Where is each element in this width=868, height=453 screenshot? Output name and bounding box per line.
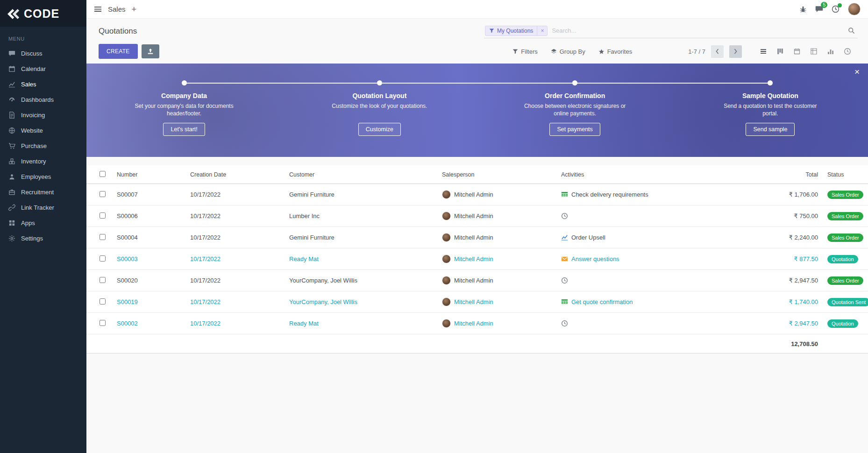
sidebar-item-dashboards[interactable]: Dashboards	[0, 92, 86, 107]
onboarding-step: Order Confirmation Choose between electr…	[477, 80, 673, 136]
filters-button[interactable]: Filters	[512, 48, 537, 55]
cell-status: Quotation	[823, 255, 868, 263]
row-checkbox[interactable]	[100, 212, 106, 219]
hamburger-menu-icon[interactable]	[94, 5, 102, 13]
table-row[interactable]: S00003 10/17/2022 Ready Mat Mitchell Adm…	[86, 248, 868, 270]
row-checkbox[interactable]	[100, 320, 106, 326]
table-row[interactable]: S00007 10/17/2022 Gemini Furniture Mitch…	[86, 184, 868, 205]
brand-logo-text: CODE	[24, 7, 59, 21]
header-customer[interactable]: Customer	[285, 171, 437, 178]
header-creation-date[interactable]: Creation Date	[185, 171, 285, 178]
cell-total: ₹ 1,706.00	[754, 191, 823, 198]
salesperson-name: Mitchell Admin	[454, 277, 493, 284]
pager-next-button[interactable]	[729, 45, 742, 58]
debug-bug-icon[interactable]	[799, 6, 807, 13]
cell-status: Sales Order	[823, 191, 868, 199]
graph-view-button[interactable]	[822, 45, 839, 58]
salesperson-avatar	[442, 190, 451, 199]
messages-icon[interactable]: 5	[815, 5, 823, 13]
pivot-view-button[interactable]	[805, 45, 822, 58]
onboarding-step: Quotation Layout Customize the look of y…	[282, 80, 477, 136]
sidebar-item-website[interactable]: Website	[0, 123, 86, 138]
activity-view-button[interactable]	[839, 45, 856, 58]
row-checkbox[interactable]	[100, 255, 106, 262]
cell-activity[interactable]: Order Upsell	[556, 234, 754, 241]
row-checkbox[interactable]	[100, 298, 106, 304]
code-logo-icon	[7, 9, 20, 19]
group-by-button[interactable]: Group By	[551, 48, 585, 55]
favorites-label: Favorites	[607, 48, 632, 55]
sidebar-item-inventory[interactable]: Inventory	[0, 154, 86, 169]
table-row[interactable]: S00020 10/17/2022 YourCompany, Joel Will…	[86, 270, 868, 291]
activity-label: Get quote confirmation	[571, 298, 633, 305]
cell-activity[interactable]: Answer questions	[556, 255, 754, 262]
step-title: Company Data	[161, 92, 207, 99]
table-row[interactable]: S00004 10/17/2022 Gemini Furniture Mitch…	[86, 227, 868, 248]
step-description: Send a quotation to test the customer po…	[715, 102, 825, 118]
step-action-button[interactable]: Let's start!	[163, 123, 205, 136]
sidebar-item-label: Purchase	[21, 142, 47, 149]
add-tab-icon[interactable]: +	[132, 5, 137, 14]
star-icon	[598, 49, 605, 55]
step-action-button[interactable]: Customize	[358, 123, 401, 136]
salesperson-avatar	[442, 212, 451, 220]
row-checkbox[interactable]	[100, 234, 106, 240]
sidebar-item-settings[interactable]: Settings	[0, 231, 86, 246]
table-row[interactable]: S00002 10/17/2022 Ready Mat Mitchell Adm…	[86, 313, 868, 334]
page-title: Quotations	[99, 27, 137, 36]
status-badge: Sales Order	[827, 276, 863, 285]
header-salesperson[interactable]: Salesperson	[437, 171, 556, 178]
sidebar-item-sales[interactable]: Sales	[0, 77, 86, 92]
cell-activity[interactable]: Get quote confirmation	[556, 298, 754, 305]
current-app-name[interactable]: Sales	[108, 5, 126, 13]
step-title: Quotation Layout	[352, 92, 406, 99]
sidebar-item-link-tracker[interactable]: Link Tracker	[0, 200, 86, 215]
control-panel: Quotations My Quotations × CREATE	[86, 19, 868, 64]
header-number[interactable]: Number	[112, 171, 185, 178]
facet-remove-icon[interactable]: ×	[537, 26, 547, 35]
export-button[interactable]	[142, 44, 159, 58]
table-row[interactable]: S00019 10/17/2022 YourCompany, Joel Will…	[86, 291, 868, 313]
kanban-view-button[interactable]	[772, 45, 789, 58]
create-button[interactable]: CREATE	[99, 44, 138, 59]
cell-salesperson: Mitchell Admin	[437, 319, 556, 328]
sidebar-item-recruitment[interactable]: Recruitment	[0, 184, 86, 200]
header-status[interactable]: Status	[823, 171, 868, 178]
sidebar-item-label: Settings	[21, 235, 43, 242]
cell-activity[interactable]	[556, 277, 754, 284]
step-dot-icon	[572, 80, 577, 85]
sidebar-item-employees[interactable]: Employees	[0, 169, 86, 184]
cell-activity[interactable]: Check delivery requirements	[556, 191, 754, 198]
cell-creation-date: 10/17/2022	[185, 320, 285, 327]
calendar-view-button[interactable]	[789, 45, 805, 58]
favorites-button[interactable]: Favorites	[598, 48, 632, 55]
header-activities[interactable]: Activities	[556, 171, 754, 178]
discuss-icon	[8, 50, 16, 57]
sidebar-item-purchase[interactable]: Purchase	[0, 138, 86, 154]
sidebar-item-calendar[interactable]: Calendar	[0, 61, 86, 77]
cell-total: ₹ 1,740.00	[754, 298, 823, 305]
row-checkbox[interactable]	[100, 191, 106, 197]
select-all-checkbox[interactable]	[100, 171, 106, 177]
search-icon[interactable]	[846, 27, 857, 34]
sidebar-item-discuss[interactable]: Discuss	[0, 46, 86, 61]
cell-creation-date: 10/17/2022	[185, 298, 285, 305]
row-checkbox[interactable]	[100, 277, 106, 283]
table-row[interactable]: S00006 10/17/2022 Lumber Inc Mitchell Ad…	[86, 205, 868, 227]
brand-logo[interactable]: CODE	[0, 0, 86, 27]
inventory-icon	[8, 158, 16, 165]
list-view-button[interactable]	[755, 45, 772, 58]
pager-previous-button[interactable]	[711, 45, 724, 58]
cell-activity[interactable]	[556, 212, 754, 219]
activities-clock-icon[interactable]	[832, 5, 840, 13]
sidebar-item-invoicing[interactable]: Invoicing	[0, 107, 86, 123]
cell-activity[interactable]	[556, 320, 754, 327]
header-total[interactable]: Total	[754, 171, 823, 178]
step-action-button[interactable]: Set payments	[549, 123, 600, 136]
sidebar-item-apps[interactable]: Apps	[0, 215, 86, 231]
search-input[interactable]	[548, 25, 846, 36]
user-avatar[interactable]	[848, 3, 861, 15]
step-action-button[interactable]: Send sample	[746, 123, 795, 136]
control-panel-top-row: Quotations My Quotations ×	[86, 22, 868, 43]
link-tracker-icon	[8, 204, 16, 212]
